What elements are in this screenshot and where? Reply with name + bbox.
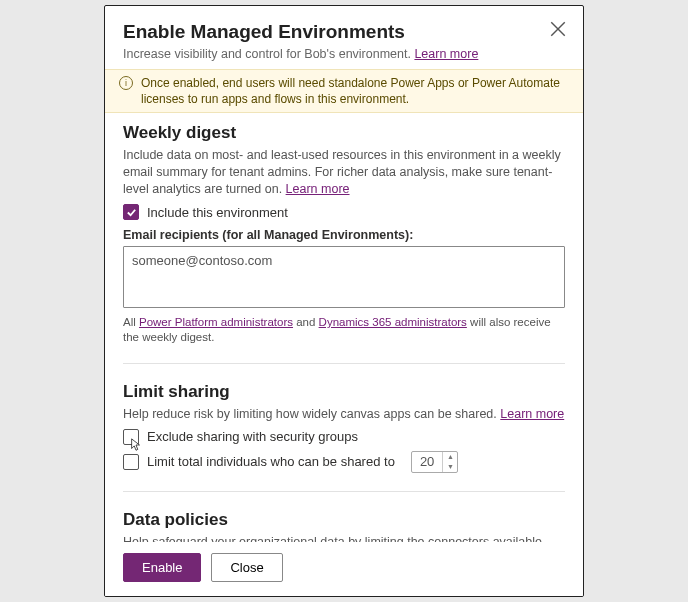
limit-sharing-desc: Help reduce risk by limiting how widely … [123, 406, 565, 423]
enable-button[interactable]: Enable [123, 553, 201, 582]
divider [123, 363, 565, 364]
learn-more-link[interactable]: Learn more [414, 47, 478, 61]
limit-individuals-label: Limit total individuals who can be share… [147, 454, 395, 469]
recipients-input[interactable] [123, 246, 565, 308]
panel: Enable Managed Environments Increase vis… [104, 5, 584, 597]
include-environment-label: Include this environment [147, 205, 288, 220]
subtitle-text: Increase visibility and control for Bob'… [123, 47, 414, 61]
learn-more-link[interactable]: Learn more [500, 407, 564, 421]
limit-sharing-section: Limit sharing Help reduce risk by limiti… [105, 372, 583, 492]
recipients-label: Email recipients (for all Managed Enviro… [123, 228, 565, 242]
check-icon [126, 207, 137, 218]
learn-more-link[interactable]: Learn more [286, 182, 350, 196]
recipients-footnote: All Power Platform administrators and Dy… [123, 315, 565, 345]
stepper-up[interactable]: ▲ [443, 452, 457, 462]
divider [123, 491, 565, 492]
limit-individuals-stepper[interactable]: 20 ▲ ▼ [411, 451, 458, 473]
banner-text: Once enabled, end users will need standa… [141, 75, 565, 107]
exclude-groups-checkbox[interactable] [123, 429, 139, 445]
close-icon [549, 20, 567, 38]
stepper-down[interactable]: ▼ [443, 462, 457, 472]
subtitle: Increase visibility and control for Bob'… [123, 47, 565, 61]
page-title: Enable Managed Environments [123, 21, 565, 43]
weekly-digest-desc: Include data on most- and least-used res… [123, 147, 565, 198]
weekly-digest-section: Weekly digest Include data on most- and … [105, 113, 583, 364]
limit-individuals-checkbox[interactable] [123, 454, 139, 470]
d365-admins-link[interactable]: Dynamics 365 administrators [319, 316, 467, 328]
close-button[interactable]: Close [211, 553, 282, 582]
limit-sharing-heading: Limit sharing [123, 382, 565, 402]
warning-banner: i Once enabled, end users will need stan… [105, 69, 583, 113]
info-icon: i [119, 76, 133, 90]
exclude-groups-label: Exclude sharing with security groups [147, 429, 358, 444]
pp-admins-link[interactable]: Power Platform administrators [139, 316, 293, 328]
data-policies-heading: Data policies [123, 510, 565, 530]
footer: Enable Close [105, 542, 583, 596]
limit-value: 20 [412, 452, 442, 471]
close-button[interactable] [549, 20, 567, 38]
header: Enable Managed Environments Increase vis… [105, 6, 583, 69]
include-environment-checkbox[interactable] [123, 204, 139, 220]
weekly-digest-heading: Weekly digest [123, 123, 565, 143]
